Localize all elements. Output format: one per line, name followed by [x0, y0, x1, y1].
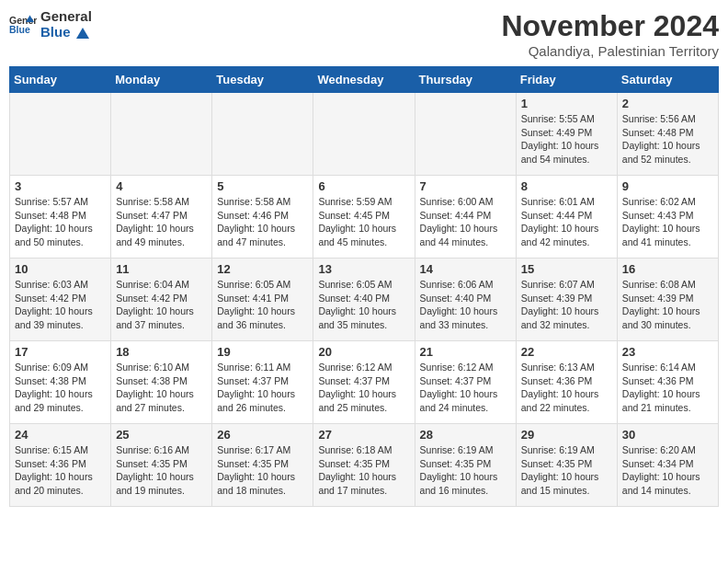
day-number: 7	[420, 179, 511, 193]
header-friday: Friday	[516, 67, 617, 93]
page-header: General Blue General Blue November 2024 …	[9, 9, 719, 59]
table-row: 20Sunrise: 6:12 AM Sunset: 4:37 PM Dayli…	[313, 341, 415, 424]
day-number: 25	[116, 428, 207, 442]
day-content: Sunrise: 6:13 AM Sunset: 4:36 PM Dayligh…	[521, 361, 612, 415]
day-number: 11	[116, 262, 207, 276]
day-number: 26	[217, 428, 308, 442]
logo-blue-text: Blue	[40, 24, 71, 40]
day-content: Sunrise: 6:15 AM Sunset: 4:36 PM Dayligh…	[15, 443, 106, 498]
day-content: Sunrise: 6:11 AM Sunset: 4:37 PM Dayligh…	[217, 361, 308, 415]
table-row: 10Sunrise: 6:03 AM Sunset: 4:42 PM Dayli…	[10, 259, 111, 341]
table-row: 18Sunrise: 6:10 AM Sunset: 4:38 PM Dayli…	[111, 341, 212, 424]
logo-icon: General Blue	[9, 14, 37, 36]
day-number: 2	[622, 97, 713, 110]
day-number: 16	[622, 262, 713, 276]
table-row: 16Sunrise: 6:08 AM Sunset: 4:39 PM Dayli…	[617, 259, 718, 341]
day-content: Sunrise: 6:09 AM Sunset: 4:38 PM Dayligh…	[15, 361, 106, 415]
table-row	[313, 93, 415, 176]
day-number: 22	[521, 345, 612, 359]
table-row: 30Sunrise: 6:20 AM Sunset: 4:34 PM Dayli…	[617, 424, 718, 507]
day-content: Sunrise: 6:18 AM Sunset: 4:35 PM Dayligh…	[318, 443, 409, 498]
day-content: Sunrise: 6:05 AM Sunset: 4:40 PM Dayligh…	[318, 278, 409, 332]
day-number: 24	[15, 428, 106, 442]
table-row: 21Sunrise: 6:12 AM Sunset: 4:37 PM Dayli…	[415, 341, 516, 424]
day-number: 6	[318, 179, 409, 193]
day-content: Sunrise: 6:12 AM Sunset: 4:37 PM Dayligh…	[420, 361, 511, 415]
day-content: Sunrise: 6:04 AM Sunset: 4:42 PM Dayligh…	[116, 278, 207, 332]
day-number: 30	[622, 428, 713, 442]
day-content: Sunrise: 5:59 AM Sunset: 4:45 PM Dayligh…	[318, 195, 409, 249]
table-row: 7Sunrise: 6:00 AM Sunset: 4:44 PM Daylig…	[415, 176, 516, 259]
day-number: 8	[521, 179, 612, 193]
day-number: 5	[217, 179, 308, 193]
day-content: Sunrise: 6:19 AM Sunset: 4:35 PM Dayligh…	[420, 443, 511, 498]
table-row: 12Sunrise: 6:05 AM Sunset: 4:41 PM Dayli…	[212, 259, 313, 341]
day-number: 29	[521, 428, 612, 442]
day-number: 19	[217, 345, 308, 359]
calendar-title: November 2024	[501, 9, 719, 43]
day-content: Sunrise: 6:12 AM Sunset: 4:37 PM Dayligh…	[318, 361, 409, 415]
table-row: 8Sunrise: 6:01 AM Sunset: 4:44 PM Daylig…	[516, 176, 617, 259]
table-row: 29Sunrise: 6:19 AM Sunset: 4:35 PM Dayli…	[516, 424, 617, 507]
day-number: 4	[116, 179, 207, 193]
day-content: Sunrise: 6:05 AM Sunset: 4:41 PM Dayligh…	[217, 278, 308, 332]
table-row: 15Sunrise: 6:07 AM Sunset: 4:39 PM Dayli…	[516, 259, 617, 341]
day-number: 23	[622, 345, 713, 359]
day-content: Sunrise: 5:58 AM Sunset: 4:46 PM Dayligh…	[217, 195, 308, 249]
header-sunday: Sunday	[10, 67, 111, 93]
header-tuesday: Tuesday	[212, 67, 313, 93]
day-number: 1	[521, 97, 612, 110]
day-number: 18	[116, 345, 207, 359]
table-row: 23Sunrise: 6:14 AM Sunset: 4:36 PM Dayli…	[617, 341, 718, 424]
weekday-header-row: Sunday Monday Tuesday Wednesday Thursday…	[10, 67, 719, 93]
calendar-week-row: 1Sunrise: 5:55 AM Sunset: 4:49 PM Daylig…	[10, 93, 719, 176]
day-content: Sunrise: 6:07 AM Sunset: 4:39 PM Dayligh…	[521, 278, 612, 332]
day-number: 28	[420, 428, 511, 442]
table-row: 14Sunrise: 6:06 AM Sunset: 4:40 PM Dayli…	[415, 259, 516, 341]
table-row: 13Sunrise: 6:05 AM Sunset: 4:40 PM Dayli…	[313, 259, 415, 341]
day-content: Sunrise: 6:17 AM Sunset: 4:35 PM Dayligh…	[217, 443, 308, 498]
day-content: Sunrise: 6:00 AM Sunset: 4:44 PM Dayligh…	[420, 195, 511, 249]
day-number: 12	[217, 262, 308, 276]
calendar-week-row: 17Sunrise: 6:09 AM Sunset: 4:38 PM Dayli…	[10, 341, 719, 424]
day-content: Sunrise: 5:57 AM Sunset: 4:48 PM Dayligh…	[15, 195, 106, 249]
logo: General Blue General Blue	[9, 9, 92, 40]
table-row: 5Sunrise: 5:58 AM Sunset: 4:46 PM Daylig…	[212, 176, 313, 259]
day-content: Sunrise: 6:03 AM Sunset: 4:42 PM Dayligh…	[15, 278, 106, 332]
table-row: 22Sunrise: 6:13 AM Sunset: 4:36 PM Dayli…	[516, 341, 617, 424]
header-thursday: Thursday	[415, 67, 516, 93]
day-number: 10	[15, 262, 106, 276]
table-row	[415, 93, 516, 176]
day-number: 14	[420, 262, 511, 276]
calendar-table: Sunday Monday Tuesday Wednesday Thursday…	[9, 66, 719, 507]
day-content: Sunrise: 6:16 AM Sunset: 4:35 PM Dayligh…	[116, 443, 207, 498]
day-content: Sunrise: 5:58 AM Sunset: 4:47 PM Dayligh…	[116, 195, 207, 249]
day-number: 3	[15, 179, 106, 193]
table-row: 11Sunrise: 6:04 AM Sunset: 4:42 PM Dayli…	[111, 259, 212, 341]
calendar-week-row: 24Sunrise: 6:15 AM Sunset: 4:36 PM Dayli…	[10, 424, 719, 507]
day-number: 15	[521, 262, 612, 276]
day-content: Sunrise: 6:08 AM Sunset: 4:39 PM Dayligh…	[622, 278, 713, 332]
table-row: 9Sunrise: 6:02 AM Sunset: 4:43 PM Daylig…	[617, 176, 718, 259]
day-number: 9	[622, 179, 713, 193]
table-row: 17Sunrise: 6:09 AM Sunset: 4:38 PM Dayli…	[10, 341, 111, 424]
day-content: Sunrise: 6:19 AM Sunset: 4:35 PM Dayligh…	[521, 443, 612, 498]
table-row: 6Sunrise: 5:59 AM Sunset: 4:45 PM Daylig…	[313, 176, 415, 259]
table-row	[10, 93, 111, 176]
day-content: Sunrise: 6:10 AM Sunset: 4:38 PM Dayligh…	[116, 361, 207, 415]
day-content: Sunrise: 5:55 AM Sunset: 4:49 PM Dayligh…	[521, 112, 612, 167]
table-row: 3Sunrise: 5:57 AM Sunset: 4:48 PM Daylig…	[10, 176, 111, 259]
table-row	[212, 93, 313, 176]
table-row: 27Sunrise: 6:18 AM Sunset: 4:35 PM Dayli…	[313, 424, 415, 507]
header-monday: Monday	[111, 67, 212, 93]
svg-text:Blue: Blue	[9, 24, 30, 35]
table-row: 25Sunrise: 6:16 AM Sunset: 4:35 PM Dayli…	[111, 424, 212, 507]
logo-general-text: General	[40, 8, 92, 24]
header-wednesday: Wednesday	[313, 67, 415, 93]
day-number: 27	[318, 428, 409, 442]
day-content: Sunrise: 6:01 AM Sunset: 4:44 PM Dayligh…	[521, 195, 612, 249]
day-content: Sunrise: 6:02 AM Sunset: 4:43 PM Dayligh…	[622, 195, 713, 249]
table-row: 24Sunrise: 6:15 AM Sunset: 4:36 PM Dayli…	[10, 424, 111, 507]
table-row: 19Sunrise: 6:11 AM Sunset: 4:37 PM Dayli…	[212, 341, 313, 424]
calendar-subtitle: Qalandiya, Palestinian Territory	[501, 43, 719, 59]
